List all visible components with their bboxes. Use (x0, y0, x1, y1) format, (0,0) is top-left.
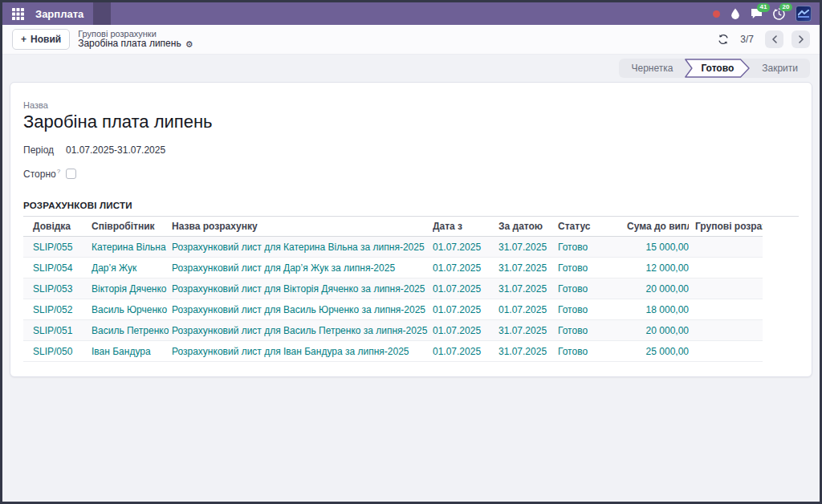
cell-amount[interactable]: 20 000,00 (627, 283, 689, 295)
cell-status[interactable]: Готово (558, 325, 627, 336)
user-avatar[interactable] (796, 6, 812, 22)
cell-reference[interactable]: SLIP/050 (23, 346, 92, 357)
messages-badge: 41 (757, 3, 770, 12)
col-header-date-to[interactable]: За датою (498, 221, 558, 232)
cell-date-from[interactable]: 01.07.2025 (433, 346, 498, 357)
cell-reference[interactable]: SLIP/052 (23, 304, 92, 315)
cell-date-from[interactable]: 01.07.2025 (433, 262, 498, 274)
topbar-menu-item[interactable] (146, 2, 164, 25)
cell-status[interactable]: Готово (558, 262, 627, 274)
payslips-table-header: Довідка Співробітник Назва розрахунку Да… (23, 217, 763, 237)
cell-reference[interactable]: SLIP/051 (23, 325, 92, 336)
statusbar-stage[interactable]: Чернетка (619, 59, 685, 78)
cell-status[interactable]: Готово (558, 242, 627, 253)
stage-label: Чернетка (631, 63, 673, 74)
col-header-date-from[interactable]: Дата з (433, 221, 498, 232)
cell-date-from[interactable]: 01.07.2025 (433, 283, 498, 295)
col-header-batch[interactable]: Групові розрахунки (689, 221, 763, 232)
col-header-amount[interactable]: Сума до виплати (627, 221, 689, 232)
storno-checkbox[interactable] (66, 169, 76, 179)
cell-name[interactable]: Розрахунковий лист для Вікторія Дяченко … (172, 283, 433, 295)
topbar-menu-item[interactable] (128, 2, 146, 25)
cell-employee[interactable]: Василь Юрченко (92, 304, 172, 315)
pager-next-button[interactable] (791, 30, 810, 48)
col-header-employee[interactable]: Співробітник (92, 221, 172, 232)
payslip-row[interactable]: SLIP/053 Вікторія Дяченко Розрахунковий … (23, 278, 763, 299)
payslip-row[interactable]: SLIP/055 Катерина Вільна Розрахунковий л… (23, 237, 763, 258)
period-label: Період (23, 144, 65, 156)
plus-icon: + (21, 34, 26, 45)
cell-name[interactable]: Розрахунковий лист для Іван Бандура за л… (172, 346, 433, 357)
col-header-name[interactable]: Назва розрахунку (172, 221, 433, 232)
help-question-icon: ? (57, 168, 60, 175)
cell-name[interactable]: Розрахунковий лист для Катерина Вільна з… (172, 242, 433, 253)
cell-reference[interactable]: SLIP/055 (23, 242, 92, 253)
breadcrumb-current: Заробіна плата липень ⚙ (78, 39, 193, 50)
cell-date-to[interactable]: 01.07.2025 (498, 304, 558, 315)
stage-label: Готово (701, 63, 734, 74)
storno-label: Сторно? (23, 168, 65, 180)
messages-icon[interactable]: 41 (751, 8, 763, 19)
payslips-section-title: РОЗРАХУНКОВІ ЛИСТИ (23, 201, 799, 217)
record-title[interactable]: Заробіна плата липень (23, 112, 799, 132)
cell-amount[interactable]: 18 000,00 (627, 304, 689, 315)
cell-date-to[interactable]: 31.07.2025 (498, 262, 558, 274)
control-panel: + Новий Групові розрахунки Заробіна плат… (2, 25, 820, 55)
period-field-row: Період 01.07.2025-31.07.2025 (23, 144, 799, 156)
pager-previous-button[interactable] (765, 30, 783, 48)
topbar-menu-item[interactable] (111, 2, 128, 25)
storno-field-row: Сторно? (23, 168, 799, 180)
refresh-icon[interactable] (718, 34, 729, 45)
topbar-menu-item[interactable] (93, 2, 111, 25)
cell-name[interactable]: Розрахунковий лист для Василь Юрченко за… (172, 304, 433, 315)
pager-value: 3/7 (740, 34, 754, 45)
statusbar-stage[interactable]: Готово (685, 59, 750, 78)
cell-name[interactable]: Розрахунковий лист для Дар’я Жук за липн… (172, 262, 433, 274)
cell-date-from[interactable]: 01.07.2025 (433, 242, 498, 253)
new-button[interactable]: + Новий (12, 29, 70, 50)
app-window: { "topbar": { "app_name": "Зарплата", "m… (0, 0, 822, 504)
cell-amount[interactable]: 15 000,00 (627, 242, 689, 253)
cell-date-to[interactable]: 31.07.2025 (498, 325, 558, 336)
cell-amount[interactable]: 25 000,00 (627, 346, 689, 357)
cell-status[interactable]: Готово (558, 346, 627, 357)
cell-reference[interactable]: SLIP/053 (23, 283, 92, 295)
gear-icon[interactable]: ⚙ (185, 39, 193, 50)
cell-date-from[interactable]: 01.07.2025 (433, 304, 498, 315)
activities-clock-icon[interactable]: 20 (773, 8, 785, 20)
cell-employee[interactable]: Василь Петренко (92, 325, 172, 336)
cell-amount[interactable]: 20 000,00 (627, 325, 689, 336)
cell-date-to[interactable]: 31.07.2025 (498, 283, 558, 295)
statusbar-stage[interactable]: Закрити (750, 59, 810, 78)
cell-employee[interactable]: Дар’я Жук (92, 262, 172, 274)
cell-status[interactable]: Готово (558, 304, 627, 315)
pager-controls: 3/7 (718, 30, 810, 48)
breadcrumb-current-label: Заробіна плата липень (78, 39, 181, 50)
apps-grid-icon[interactable] (2, 2, 32, 25)
stage-label: Закрити (762, 63, 798, 74)
cell-name[interactable]: Розрахунковий лист для Василь Петренко з… (172, 325, 433, 336)
col-header-reference[interactable]: Довідка (23, 221, 92, 232)
payslip-row[interactable]: SLIP/050 Іван Бандура Розрахунковий лист… (23, 341, 763, 362)
cell-reference[interactable]: SLIP/054 (23, 262, 92, 274)
cell-date-to[interactable]: 31.07.2025 (498, 242, 558, 253)
payslip-row[interactable]: SLIP/054 Дар’я Жук Розрахунковий лист дл… (23, 258, 763, 278)
droplet-icon[interactable] (730, 8, 740, 19)
name-field-label: Назва (23, 100, 799, 110)
period-value[interactable]: 01.07.2025-31.07.2025 (66, 144, 165, 156)
systray: 41 20 (713, 2, 820, 25)
activities-badge: 20 (779, 3, 792, 12)
payslip-row[interactable]: SLIP/052 Василь Юрченко Розрахунковий ли… (23, 299, 763, 320)
cell-amount[interactable]: 12 000,00 (627, 262, 689, 274)
cell-date-from[interactable]: 01.07.2025 (433, 325, 498, 336)
cell-employee[interactable]: Іван Бандура (92, 346, 172, 357)
cell-employee[interactable]: Вікторія Дяченко (92, 283, 172, 295)
cell-employee[interactable]: Катерина Вільна (92, 242, 172, 253)
topbar-menu (93, 2, 164, 25)
payslip-row[interactable]: SLIP/051 Василь Петренко Розрахунковий л… (23, 320, 763, 341)
app-title[interactable]: Зарплата (32, 2, 93, 25)
cell-status[interactable]: Готово (558, 283, 627, 295)
alert-indicator-icon[interactable] (713, 10, 720, 18)
col-header-status[interactable]: Статус (558, 221, 627, 232)
cell-date-to[interactable]: 31.07.2025 (498, 346, 558, 357)
